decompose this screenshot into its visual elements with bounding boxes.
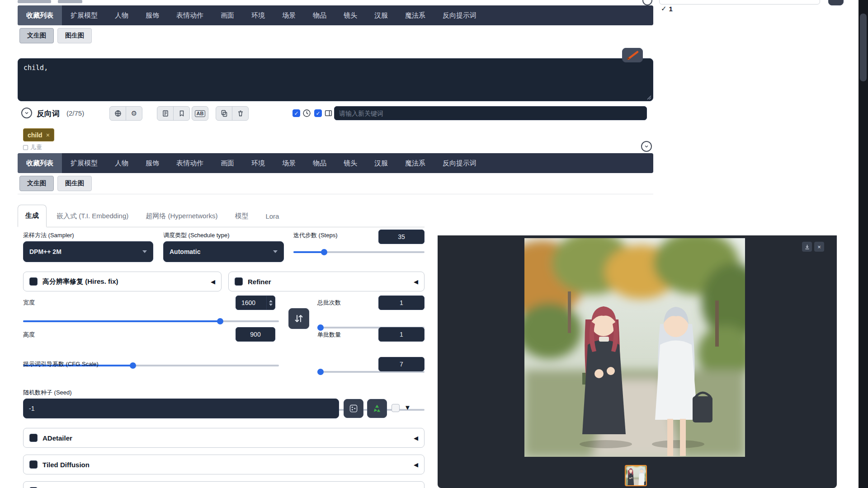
top-toolbar-button[interactable] [828, 0, 844, 5]
refiner-checkbox[interactable]: ✓ [235, 277, 243, 286]
adetailer-checkbox[interactable]: ✓ [29, 434, 38, 442]
preset-button[interactable] [157, 107, 174, 120]
tag-chip-child[interactable]: child × [23, 128, 54, 141]
swap-dimensions-button[interactable] [288, 308, 309, 329]
tab-lora[interactable]: Lora [258, 206, 286, 227]
slider-handle[interactable] [130, 362, 136, 369]
refiner-accordion[interactable]: ✓ Refiner ◀ [228, 272, 425, 291]
new-keyword-input[interactable] [334, 106, 647, 120]
resize-grip-icon[interactable] [647, 95, 651, 100]
category-tab-magic[interactable]: 魔法系 [396, 5, 434, 25]
page-scrollbar[interactable] [859, 0, 868, 488]
slider-handle[interactable] [317, 369, 324, 375]
height-number-input[interactable]: 900 [236, 327, 275, 342]
collapse-chevron-button[interactable] [21, 108, 32, 118]
category-tab-expression[interactable]: 表情动作 [168, 5, 212, 25]
category-tab-environment[interactable]: 环境 [243, 5, 274, 25]
tag-chip-remove[interactable]: × [46, 131, 50, 139]
category-tab-hanfu[interactable]: 汉服 [366, 153, 396, 173]
auto-append-checkbox[interactable]: ✓ [314, 109, 322, 117]
history-button[interactable] [302, 109, 311, 117]
category-tab-character[interactable]: 人物 [106, 5, 137, 25]
settings-button[interactable]: ⚙ [126, 107, 142, 120]
category-tab-scene[interactable]: 场景 [274, 153, 304, 173]
panel-toggle-button[interactable] [324, 109, 333, 117]
category-tab-character[interactable]: 人物 [106, 153, 137, 173]
globe-icon [114, 110, 122, 117]
schedule-dropdown[interactable]: Automatic [163, 241, 284, 262]
copy-icon [221, 110, 228, 117]
mode-tab-img2img[interactable]: 图生图 [57, 176, 92, 191]
category-tab-objects[interactable]: 物品 [304, 153, 335, 173]
category-tab-scene[interactable]: 场景 [274, 5, 304, 25]
copy-button[interactable] [216, 107, 232, 120]
category-tab-favorites[interactable]: 收藏列表 [18, 5, 62, 25]
category-tab-expression[interactable]: 表情动作 [168, 153, 212, 173]
expand-chevron-button[interactable] [641, 141, 652, 152]
generated-image[interactable] [524, 238, 745, 457]
seed-input[interactable] [23, 399, 339, 418]
extra-seed-checkbox[interactable]: ✓ [392, 404, 400, 412]
scrollbar-thumb[interactable] [860, 14, 867, 81]
prompt-textarea[interactable]: child, [18, 58, 653, 101]
translate-button[interactable] [110, 107, 126, 120]
batch-size-number-input[interactable]: 1 [378, 327, 425, 342]
steps-slider[interactable] [293, 249, 425, 255]
tab-model[interactable]: 模型 [227, 206, 255, 227]
ab-compare-button[interactable]: AB [192, 107, 208, 120]
chevron-down-icon [24, 110, 29, 116]
batch-count-number-input[interactable]: 1 [378, 296, 425, 310]
category-tab-extensions[interactable]: 扩展模型 [62, 153, 106, 173]
category-tab-lens[interactable]: 镜头 [335, 5, 366, 25]
category-tab-clothing[interactable]: 服饰 [137, 5, 168, 25]
tiled-diffusion-checkbox[interactable]: ✓ [29, 460, 38, 469]
sampler-dropdown[interactable]: DPM++ 2M [23, 241, 153, 262]
main-tabbar: 生成 嵌入式 (T.I. Embedding) 超网络 (Hypernetwor… [18, 205, 425, 227]
highlight-brush-button[interactable] [622, 48, 643, 62]
category-tab-objects[interactable]: 物品 [304, 5, 335, 25]
mode-tab-txt2img[interactable]: 文生图 [19, 176, 54, 191]
category-tab-clothing[interactable]: 服饰 [137, 153, 168, 173]
bookmark-button[interactable] [174, 107, 189, 120]
steps-number-input[interactable]: 35 [378, 230, 425, 244]
seed-menu-caret[interactable]: ▼ [404, 404, 411, 411]
delete-button[interactable] [232, 107, 248, 120]
cutoff-accordion[interactable]: ✓ ◀ [23, 481, 425, 488]
slider-handle[interactable] [217, 318, 223, 324]
top-search-input[interactable] [659, 0, 820, 5]
category-tab-negative[interactable]: 反向提示词 [434, 153, 485, 173]
thumbnail-image[interactable] [625, 465, 647, 486]
tab-generate[interactable]: 生成 [18, 205, 47, 227]
number-spinner[interactable] [266, 296, 275, 310]
category-tab-picture[interactable]: 画面 [212, 153, 243, 173]
auto-translate-checkbox[interactable]: ✓ [292, 109, 300, 117]
slider-handle[interactable] [321, 249, 327, 255]
mode-tab-img2img[interactable]: 图生图 [57, 28, 92, 43]
category-tab-picture[interactable]: 画面 [212, 5, 243, 25]
download-image-button[interactable] [802, 242, 812, 252]
swap-arrows-icon [294, 314, 304, 324]
tiled-diffusion-accordion[interactable]: ✓ Tiled Diffusion ◀ [23, 455, 425, 474]
hires-fix-accordion[interactable]: ✓ 高分辨率修复 (Hires. fix) ◀ [23, 272, 222, 291]
width-number-input[interactable]: 1600 [236, 296, 275, 310]
category-tab-environment[interactable]: 环境 [243, 153, 274, 173]
close-preview-button[interactable]: × [814, 242, 824, 252]
mode-tab-txt2img[interactable]: 文生图 [19, 28, 54, 43]
random-seed-button[interactable] [344, 399, 363, 418]
category-tab-favorites[interactable]: 收藏列表 [18, 153, 62, 173]
width-slider[interactable] [23, 318, 279, 324]
cutoff-circle-icon[interactable] [642, 0, 652, 5]
reuse-seed-button[interactable] [367, 399, 387, 418]
hires-fix-checkbox[interactable]: ✓ [29, 277, 38, 286]
adetailer-accordion[interactable]: ✓ ADetailer ◀ [23, 428, 425, 448]
cfg-number-input[interactable]: 7 [378, 357, 425, 371]
category-tab-lens[interactable]: 镜头 [335, 153, 366, 173]
section-divider [18, 194, 653, 194]
category-tab-negative[interactable]: 反向提示词 [434, 5, 485, 25]
category-tab-hanfu[interactable]: 汉服 [366, 5, 396, 25]
tab-hypernetworks[interactable]: 超网络 (Hypernetworks) [138, 206, 225, 227]
category-tab-extensions[interactable]: 扩展模型 [62, 5, 106, 25]
tab-ti-embedding[interactable]: 嵌入式 (T.I. Embedding) [49, 206, 136, 227]
category-tab-magic[interactable]: 魔法系 [396, 153, 434, 173]
slider-handle[interactable] [317, 324, 324, 331]
